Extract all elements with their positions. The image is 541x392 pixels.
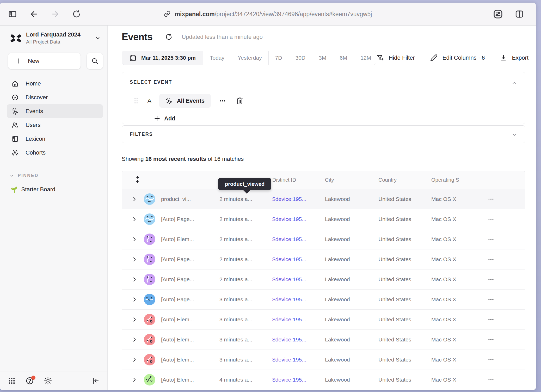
sidebar-item-events[interactable]: Events <box>7 104 103 118</box>
cell-distinct-id[interactable]: $device:195... <box>272 316 325 323</box>
sidebar-item-discover[interactable]: Discover <box>7 90 103 104</box>
export-button[interactable]: Export <box>500 54 528 62</box>
cell-country: United States <box>378 316 431 323</box>
column-header-distinct-id[interactable]: Distinct ID <box>272 177 325 183</box>
sort-icon[interactable] <box>134 175 141 185</box>
row-actions-icon[interactable] <box>488 276 503 283</box>
collapse-panel-icon[interactable] <box>511 79 518 86</box>
hide-filter-button[interactable]: Hide Filter <box>376 54 415 62</box>
cell-distinct-id[interactable]: $device:195... <box>272 196 325 202</box>
sidebar-item-home[interactable]: Home <box>7 77 103 90</box>
cell-distinct-id[interactable]: $device:195... <box>272 357 325 363</box>
cell-distinct-id[interactable]: $device:195... <box>272 336 325 343</box>
cell-distinct-id[interactable]: $device:195... <box>272 296 325 303</box>
browser-sidebar-toggle-icon[interactable] <box>8 9 17 19</box>
edit-columns-button[interactable]: Edit Columns · 6 <box>430 54 485 62</box>
cell-distinct-id[interactable]: $device:195... <box>272 377 325 383</box>
event-options-icon[interactable] <box>219 97 226 105</box>
all-events-chip[interactable]: All Events <box>159 94 211 108</box>
expand-row-icon[interactable] <box>131 336 144 343</box>
table-row[interactable]: [Auto] Elem... 3 minutes a... $device:19… <box>122 350 525 370</box>
expand-row-icon[interactable] <box>131 357 144 363</box>
row-actions-icon[interactable] <box>488 296 503 303</box>
drag-handle-icon[interactable] <box>133 97 139 104</box>
back-icon[interactable] <box>29 9 39 19</box>
column-header-city[interactable]: City <box>325 177 378 183</box>
select-event-panel: SELECT EVENT A All Events <box>122 72 525 124</box>
table-row[interactable]: [Auto] Page... 2 minutes a... $device:19… <box>122 270 525 290</box>
help-icon[interactable] <box>26 377 34 385</box>
refresh-icon[interactable] <box>165 33 173 41</box>
column-header-os[interactable]: Operating S <box>431 177 488 183</box>
cell-distinct-id[interactable]: $device:195... <box>272 276 325 283</box>
range-12m[interactable]: 12M <box>354 51 376 65</box>
expand-row-icon[interactable] <box>131 316 144 323</box>
table-row[interactable]: [Auto] Elem... 3 minutes a... $device:19… <box>122 310 525 330</box>
results-suffix: of 16 matches <box>206 156 244 162</box>
expand-panel-icon[interactable] <box>511 131 518 138</box>
cell-event: [Auto] Page... <box>161 216 219 222</box>
row-actions-icon[interactable] <box>488 216 503 223</box>
cell-country: United States <box>378 256 431 262</box>
expand-row-icon[interactable] <box>131 216 144 222</box>
add-event-button[interactable]: Add <box>154 115 175 122</box>
expand-row-icon[interactable] <box>131 377 144 383</box>
table-row[interactable]: [Auto] Elem... 2 minutes a... $device:19… <box>122 229 525 249</box>
trash-icon[interactable] <box>236 97 244 105</box>
cell-distinct-id[interactable]: $device:195... <box>272 256 325 262</box>
row-actions-icon[interactable] <box>488 236 503 243</box>
range-yesterday[interactable]: Yesterday <box>231 51 268 65</box>
sidebar-item-starter-board[interactable]: 🌱 Starter Board <box>10 186 107 193</box>
table-row[interactable]: product_vi... 2 minutes a... $device:195… <box>122 189 525 209</box>
cell-os: Mac OS X <box>431 216 488 222</box>
column-header-country[interactable]: Country <box>378 177 431 183</box>
row-actions-icon[interactable] <box>488 316 503 323</box>
expand-row-icon[interactable] <box>131 196 144 202</box>
row-actions-icon[interactable] <box>488 196 503 203</box>
results-prefix: Showing <box>122 156 145 162</box>
tooltip-text: product_viewed <box>225 181 265 187</box>
expand-row-icon[interactable] <box>131 236 144 242</box>
date-picker-button[interactable]: Mar 11, 2025 3:30 pm <box>122 51 203 65</box>
table-row[interactable]: [Auto] Elem... 3 minutes a... $device:19… <box>122 330 525 350</box>
sidebar-item-users[interactable]: Users <box>7 118 103 132</box>
table-row[interactable]: [Auto] Page... 2 minutes a... $device:19… <box>122 209 525 229</box>
export-label: Export <box>512 54 528 61</box>
row-actions-icon[interactable] <box>488 256 503 263</box>
row-actions-icon[interactable] <box>488 336 503 343</box>
collapse-sidebar-icon[interactable] <box>92 377 100 385</box>
expand-row-icon[interactable] <box>131 276 144 283</box>
apps-grid-icon[interactable] <box>8 377 16 385</box>
row-actions-icon[interactable] <box>488 356 503 363</box>
results-count: 16 most recent results <box>145 156 206 162</box>
table-row[interactable]: [Auto] Elem... 4 minutes a... $device:19… <box>122 370 525 390</box>
sidebar-item-lexicon[interactable]: Lexicon <box>7 132 103 146</box>
cell-distinct-id[interactable]: $device:195... <box>272 216 325 222</box>
range-7d[interactable]: 7D <box>268 51 289 65</box>
search-button[interactable] <box>87 53 103 69</box>
forward-icon[interactable] <box>51 9 60 19</box>
range-today[interactable]: Today <box>203 51 231 65</box>
reload-icon[interactable] <box>72 9 81 19</box>
split-view-icon[interactable] <box>514 9 524 19</box>
expand-row-icon[interactable] <box>131 296 144 303</box>
table-row[interactable]: [Auto] Page... 2 minutes a... $device:19… <box>122 249 525 270</box>
expand-row-icon[interactable] <box>131 256 144 262</box>
new-button[interactable]: New <box>8 53 81 69</box>
pinned-section-header[interactable]: PINNED <box>9 173 107 178</box>
range-30d[interactable]: 30D <box>289 51 312 65</box>
range-3m[interactable]: 3M <box>312 51 333 65</box>
cell-city: Lakewood <box>325 316 378 323</box>
cell-event: [Auto] Page... <box>161 276 219 283</box>
new-button-label: New <box>28 58 39 64</box>
address-bar[interactable]: mixpanel.com/project/3472420/view/397469… <box>164 10 372 17</box>
page-settings-icon[interactable] <box>493 9 503 20</box>
workspace-switcher[interactable]: Lord Farquaad 2024 All Project Data <box>10 31 101 45</box>
sidebar-item-cohorts[interactable]: Cohorts <box>7 146 103 160</box>
cell-distinct-id[interactable]: $device:195... <box>272 236 325 242</box>
sidebar-item-label: Users <box>26 122 40 128</box>
row-actions-icon[interactable] <box>488 376 503 383</box>
gear-icon[interactable] <box>44 377 52 385</box>
table-row[interactable]: [Auto] Page... 3 minutes a... $device:19… <box>122 290 525 310</box>
range-6m[interactable]: 6M <box>333 51 354 65</box>
